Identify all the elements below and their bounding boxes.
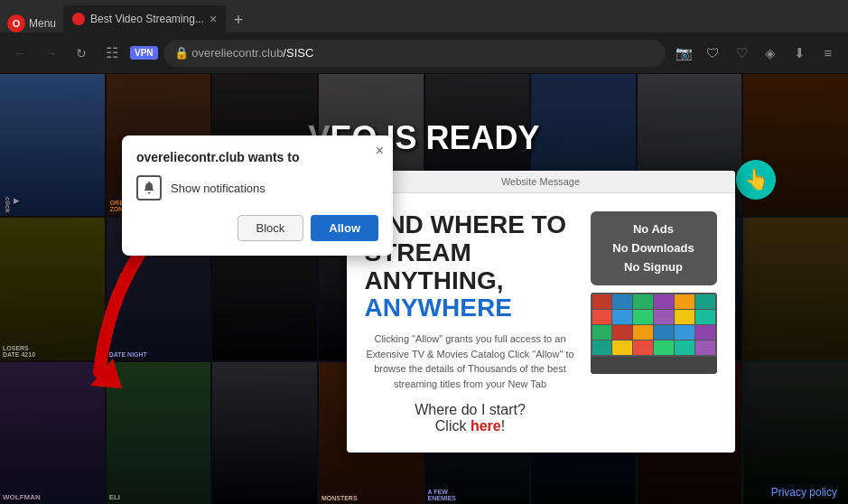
badge-line2: No Downloads bbox=[603, 239, 704, 258]
block-button[interactable]: Block bbox=[238, 215, 304, 241]
new-tab-button[interactable]: + bbox=[226, 7, 251, 33]
lc10 bbox=[654, 310, 674, 324]
lc17 bbox=[675, 325, 694, 340]
url-bar[interactable]: 🔒 overeliecontr.club/SISC bbox=[163, 40, 666, 67]
lc19 bbox=[592, 341, 612, 355]
heart-icon[interactable]: ♡ bbox=[729, 41, 754, 66]
notif-buttons: Block Allow bbox=[136, 215, 378, 241]
lc24 bbox=[695, 341, 715, 355]
wallet-icon[interactable]: ◈ bbox=[758, 41, 783, 66]
notif-bell-icon bbox=[136, 175, 162, 201]
laptop-image bbox=[591, 293, 717, 374]
forward-button[interactable]: → bbox=[38, 41, 63, 66]
badge-line3: No Signup bbox=[603, 257, 704, 276]
lc7 bbox=[592, 310, 612, 324]
menu-label[interactable]: Menu bbox=[29, 17, 56, 30]
notif-close-button[interactable]: × bbox=[376, 143, 384, 159]
wm-no-ads-badge: No Ads No Downloads No Signup bbox=[591, 211, 717, 285]
content-area: click▶ GREENZONE TRON LOSERSDATE 4210 DA… bbox=[0, 74, 848, 504]
wm-cta-here[interactable]: here bbox=[471, 418, 501, 434]
movie-card-16 bbox=[743, 218, 848, 359]
lc13 bbox=[592, 325, 612, 340]
download-icon[interactable]: ⬇ bbox=[787, 41, 812, 66]
movie-card-24 bbox=[743, 362, 848, 504]
lc23 bbox=[675, 341, 694, 355]
lc5 bbox=[675, 294, 694, 309]
lc4 bbox=[654, 294, 674, 309]
laptop-base bbox=[591, 356, 717, 374]
badge-line1: No Ads bbox=[603, 220, 704, 239]
lc12 bbox=[695, 310, 715, 324]
lc8 bbox=[612, 310, 632, 324]
notif-row: Show notifications bbox=[136, 175, 378, 201]
privacy-policy-link[interactable]: Privacy policy bbox=[771, 486, 837, 499]
wm-title: FIND WHERE TO STREAM ANYTHING, ANYWHERE bbox=[365, 211, 576, 322]
tab-bar-left: O Menu bbox=[0, 14, 63, 33]
lc9 bbox=[633, 310, 653, 324]
lc16 bbox=[654, 325, 674, 340]
vpn-badge[interactable]: VPN bbox=[130, 46, 158, 60]
back-button[interactable]: ← bbox=[7, 41, 33, 66]
wm-header: Website Message bbox=[347, 171, 735, 193]
tab-bar: O Menu Best Video Streaming... × + bbox=[0, 0, 848, 33]
camera-icon[interactable]: 📷 bbox=[671, 41, 696, 66]
shield-icon[interactable]: 🛡 bbox=[700, 41, 725, 66]
wm-title-anywhere: ANYWHERE bbox=[365, 294, 512, 322]
wm-right-content: No Ads No Downloads No Signup bbox=[591, 211, 717, 374]
wm-cta-line2: Click here! bbox=[365, 418, 576, 434]
menu-icon[interactable]: ≡ bbox=[815, 41, 841, 66]
lock-icon: 🔒 bbox=[174, 46, 189, 60]
lc18 bbox=[695, 325, 715, 340]
tab-title: Best Video Streaming... bbox=[90, 13, 204, 25]
notification-permission-popup: × overeliecontr.club wants to Show notif… bbox=[122, 135, 393, 256]
lc15 bbox=[633, 325, 653, 340]
wm-title-line1: FIND WHERE TO STREAM bbox=[365, 211, 576, 267]
active-tab[interactable]: Best Video Streaming... × bbox=[63, 5, 226, 33]
wm-cta-click: Click bbox=[435, 418, 471, 434]
wm-body: FIND WHERE TO STREAM ANYTHING, ANYWHERE … bbox=[347, 193, 735, 453]
tab-favicon bbox=[72, 13, 85, 25]
lc3 bbox=[633, 294, 653, 309]
wm-cta-suffix: ! bbox=[501, 418, 505, 434]
lc22 bbox=[654, 341, 674, 355]
lc11 bbox=[675, 310, 694, 324]
wm-title-anything: ANYTHING, bbox=[365, 266, 504, 294]
notif-title: overeliecontr.club wants to bbox=[136, 150, 378, 164]
allow-button[interactable]: Allow bbox=[311, 215, 378, 241]
lc2 bbox=[612, 294, 632, 309]
browser-frame: O Menu Best Video Streaming... × + ← → ↻… bbox=[0, 0, 848, 504]
laptop-screen bbox=[591, 293, 717, 356]
notif-show-label: Show notifications bbox=[171, 182, 266, 195]
wm-cta-line1: Where do I start? bbox=[365, 402, 576, 418]
grid-button[interactable]: ☷ bbox=[99, 41, 125, 66]
hand-cursor-icon: 👆 bbox=[736, 160, 776, 200]
url-path: /SISC bbox=[283, 46, 313, 60]
address-bar-icons: 📷 🛡 ♡ ◈ ⬇ ≡ bbox=[671, 41, 841, 66]
wm-description: Clicking "Allow" grants you full access … bbox=[365, 331, 576, 391]
address-bar: ← → ↻ ☷ VPN 🔒 overeliecontr.club/SISC 📷 … bbox=[0, 33, 848, 74]
reload-button[interactable]: ↻ bbox=[69, 41, 94, 66]
lc21 bbox=[633, 341, 653, 355]
opera-logo[interactable]: O bbox=[7, 14, 25, 33]
lc6 bbox=[695, 294, 715, 309]
lc14 bbox=[612, 325, 632, 340]
wm-cta: Where do I start? Click here! bbox=[365, 402, 576, 434]
lc1 bbox=[592, 294, 612, 309]
wm-left-content: FIND WHERE TO STREAM ANYTHING, ANYWHERE … bbox=[365, 211, 576, 434]
lc20 bbox=[612, 341, 632, 355]
wm-title-line2: ANYTHING, ANYWHERE bbox=[365, 266, 576, 322]
tab-close-button[interactable]: × bbox=[210, 12, 217, 26]
url-domain: overeliecontr.club bbox=[191, 46, 283, 60]
website-message-popup: Website Message FIND WHERE TO STREAM ANY… bbox=[347, 171, 735, 453]
